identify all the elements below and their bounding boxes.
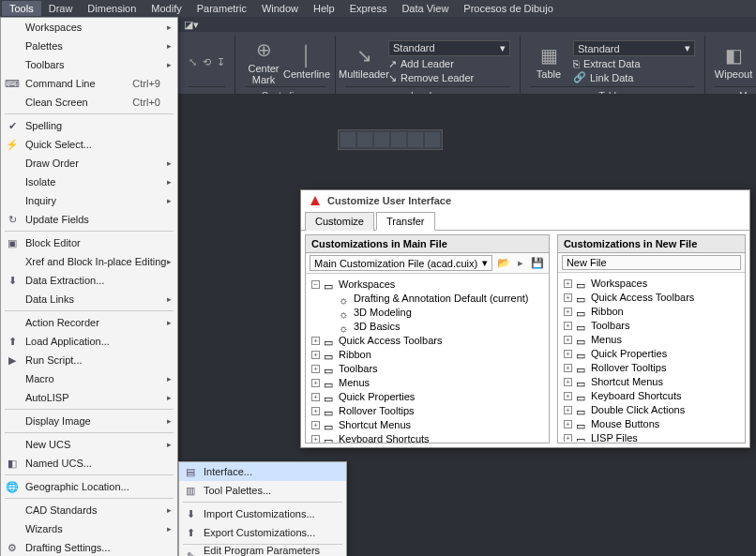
menu-item-wizards[interactable]: Wizards▸ xyxy=(1,519,177,538)
expander-icon[interactable]: + xyxy=(311,351,320,359)
main-file-selector[interactable]: Main Customization File (acad.cuix)▾ xyxy=(310,255,492,271)
menu-item-update-fields[interactable]: ↻Update Fields xyxy=(1,210,177,229)
expander-icon[interactable]: + xyxy=(564,434,572,442)
menu-item-spelling[interactable]: ✔Spelling xyxy=(1,116,177,135)
tree-node[interactable]: + ▭ Rollover Tooltips xyxy=(311,404,543,418)
menu-item-display-image[interactable]: Display Image▸ xyxy=(1,412,177,430)
extract-data-button[interactable]: ⎘Extract Data xyxy=(573,58,695,69)
tree-node[interactable]: + ▭ Keyboard Shortcuts xyxy=(564,389,739,403)
tree-node[interactable]: + ▭ Quick Properties xyxy=(311,390,543,404)
tree-node[interactable]: + ▭ Toolbars xyxy=(564,319,739,333)
tree-node[interactable]: + ▭ LISP Files xyxy=(564,431,739,442)
float-btn-4[interactable] xyxy=(391,132,406,147)
new-icon[interactable]: ▸ xyxy=(513,256,528,271)
menu-item-new-ucs[interactable]: New UCS▸ xyxy=(1,435,177,454)
tree-node[interactable]: ☼ Drafting & Annotation Default (current… xyxy=(311,292,543,306)
table-button[interactable]: ▦ Table xyxy=(530,44,567,80)
menu-procesos-de-dibujo[interactable]: Procesos de Dibujo xyxy=(456,1,560,16)
menu-item-named-ucs[interactable]: ◧Named UCS... xyxy=(1,454,177,473)
expander-icon[interactable]: + xyxy=(311,407,320,415)
tree-node[interactable]: + ▭ Rollover Tooltips xyxy=(564,361,739,375)
menu-item-quick-select[interactable]: ⚡Quick Select... xyxy=(1,135,177,154)
menu-item-macro[interactable]: Macro▸ xyxy=(1,369,177,388)
expander-icon[interactable]: + xyxy=(564,279,572,288)
float-btn-6[interactable] xyxy=(425,132,440,147)
expander-icon[interactable]: + xyxy=(311,337,320,345)
menu-item-toolbars[interactable]: Toolbars▸ xyxy=(1,55,177,74)
menu-window[interactable]: Window xyxy=(254,1,306,16)
new-file-selector[interactable]: New File xyxy=(562,255,741,270)
dim-icon[interactable]: ⤡ xyxy=(189,56,197,68)
menu-item-run-script[interactable]: ▶Run Script... xyxy=(1,351,177,369)
expander-icon[interactable]: + xyxy=(564,322,572,330)
tree-node[interactable]: + ▭ Toolbars xyxy=(311,362,543,376)
expander-icon[interactable]: + xyxy=(311,435,320,443)
tree-node[interactable]: ☼ 3D Modeling xyxy=(311,306,543,320)
tree-node[interactable]: + ▭ Quick Properties xyxy=(564,347,739,361)
tree-node[interactable]: − ▭ Workspaces xyxy=(311,278,543,292)
menu-item-xref-and-block-in-place-editing[interactable]: Xref and Block In-place Editing▸ xyxy=(1,252,177,271)
tree-node[interactable]: + ▭ Quick Access Toolbars xyxy=(311,334,543,348)
expander-icon[interactable]: + xyxy=(564,293,572,302)
expander-icon[interactable]: + xyxy=(311,365,320,373)
expander-icon[interactable]: + xyxy=(311,393,320,401)
tree-node[interactable]: + ▭ Double Click Actions xyxy=(564,403,739,417)
tree-node[interactable]: + ▭ Ribbon xyxy=(564,305,739,319)
menu-data-view[interactable]: Data View xyxy=(394,1,456,16)
centerline-button[interactable]: │ Centerline xyxy=(288,45,325,80)
expander-icon[interactable]: + xyxy=(564,406,572,414)
tab-item[interactable]: ◪▾ xyxy=(184,19,199,31)
menu-item-geographic-location[interactable]: 🌐Geographic Location... xyxy=(1,477,177,496)
cui-titlebar[interactable]: Customize User Interface xyxy=(301,190,749,211)
tree-node[interactable]: ☼ 3D Basics xyxy=(311,320,543,334)
menu-tools[interactable]: Tools xyxy=(2,1,41,16)
save-icon[interactable]: 💾 xyxy=(530,256,545,271)
menu-item-tool-palettes[interactable]: ▥Tool Palettes... xyxy=(179,481,346,500)
link-data-button[interactable]: 🔗Link Data xyxy=(573,71,695,83)
tab-transfer[interactable]: Transfer xyxy=(376,212,435,231)
menu-item-data-links[interactable]: Data Links▸ xyxy=(1,290,177,308)
menu-item-workspaces[interactable]: Workspaces▸ xyxy=(1,18,177,37)
menu-item-cad-standards[interactable]: CAD Standards▸ xyxy=(1,501,177,519)
tree-node[interactable]: + ▭ Workspaces xyxy=(564,277,739,291)
menu-item-export-customizations[interactable]: ⬆Export Customizations... xyxy=(179,523,346,542)
menu-dimension[interactable]: Dimension xyxy=(80,1,144,16)
tree-node[interactable]: + ▭ Menus xyxy=(311,376,543,390)
tab-customize[interactable]: Customize xyxy=(305,212,374,231)
menu-item-edit-program-parameters-acad-pgp[interactable]: ✎Edit Program Parameters (acad.pgp) xyxy=(179,547,346,556)
float-btn-5[interactable] xyxy=(408,132,423,147)
menu-item-drafting-settings[interactable]: ⚙Drafting Settings... xyxy=(1,538,177,556)
menu-item-import-customizations[interactable]: ⬇Import Customizations... xyxy=(179,504,346,523)
menu-item-isolate[interactable]: Isolate▸ xyxy=(1,173,177,191)
menu-item-clean-screen[interactable]: Clean ScreenCtrl+0 xyxy=(1,93,177,112)
cui-right-tree[interactable]: + ▭ Workspaces + ▭ Quick Access Toolbars… xyxy=(558,273,745,442)
menu-item-load-application[interactable]: ⬆Load Application... xyxy=(1,332,177,351)
tree-node[interactable]: + ▭ Keyboard Shortcuts xyxy=(311,432,543,443)
expander-icon[interactable]: + xyxy=(564,350,572,358)
expander-icon[interactable]: + xyxy=(564,392,572,400)
dim-icon-2[interactable]: ⟲ xyxy=(203,56,211,68)
expander-icon[interactable]: + xyxy=(311,421,320,429)
menu-item-inquiry[interactable]: Inquiry▸ xyxy=(1,191,177,210)
menu-item-palettes[interactable]: Palettes▸ xyxy=(1,37,177,55)
menu-help[interactable]: Help xyxy=(306,1,342,16)
multileader-button[interactable]: ↘ Multileader xyxy=(345,44,383,80)
float-btn-1[interactable] xyxy=(340,132,355,147)
menu-item-interface[interactable]: ▤Interface... xyxy=(179,462,346,481)
float-btn-3[interactable] xyxy=(374,132,389,147)
remove-leader-button[interactable]: ↘Remove Leader xyxy=(388,72,510,84)
table-style-dropdown[interactable]: Standard▾ xyxy=(573,40,695,56)
menu-item-action-recorder[interactable]: Action Recorder▸ xyxy=(1,313,177,332)
float-btn-2[interactable] xyxy=(357,132,372,147)
expander-icon[interactable]: + xyxy=(311,379,320,387)
tree-node[interactable]: + ▭ Mouse Buttons xyxy=(564,417,739,431)
tree-node[interactable]: + ▭ Shortcut Menus xyxy=(564,375,739,389)
open-icon[interactable]: 📂 xyxy=(496,256,511,271)
menu-item-draw-order[interactable]: Draw Order▸ xyxy=(1,154,177,173)
menu-parametric[interactable]: Parametric xyxy=(189,1,254,16)
expander-icon[interactable]: + xyxy=(564,420,572,428)
expander-icon[interactable]: + xyxy=(564,364,572,372)
expander-icon[interactable]: − xyxy=(311,280,320,289)
tree-node[interactable]: + ▭ Shortcut Menus xyxy=(311,418,543,432)
cui-left-tree[interactable]: − ▭ Workspaces ☼ Drafting & Annotation D… xyxy=(306,274,549,443)
